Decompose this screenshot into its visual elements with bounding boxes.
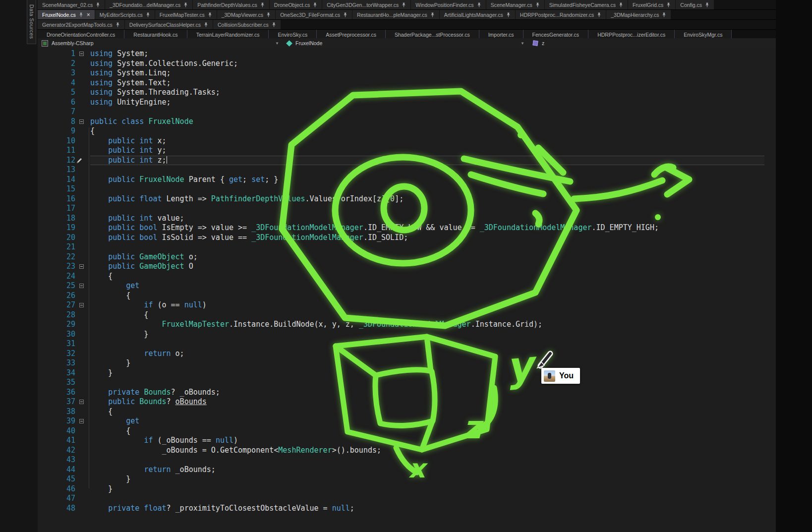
fold-margin[interactable] xyxy=(75,504,90,514)
code-line-45[interactable]: 45 } xyxy=(38,474,776,484)
code-text[interactable]: return o; xyxy=(90,349,764,359)
code-line-11[interactable]: 11 public int y; xyxy=(38,146,776,156)
code-line-36[interactable]: 36 private Bounds? _oBounds; xyxy=(38,388,776,398)
fold-margin[interactable] xyxy=(75,262,90,272)
tab-windowpositionfinder-cs[interactable]: WindowPositionFinder.cs xyxy=(411,0,485,9)
pin-icon[interactable] xyxy=(666,2,671,7)
fold-margin[interactable] xyxy=(75,397,90,407)
code-line-19[interactable]: 19 public bool IsEmpty => value >= _3DFo… xyxy=(38,223,776,233)
fold-margin[interactable] xyxy=(75,88,90,98)
code-editor[interactable]: 1using System;2using System.Collections.… xyxy=(38,48,776,532)
code-text[interactable]: public int z; xyxy=(90,156,764,166)
code-text[interactable]: if (o == null) xyxy=(90,300,764,310)
code-line-30[interactable]: 30 } xyxy=(38,330,776,340)
fold-margin[interactable] xyxy=(75,388,90,398)
code-line-10[interactable]: 10 public int x; xyxy=(38,136,776,146)
pin-icon[interactable] xyxy=(597,12,601,17)
code-text[interactable]: public float Length => PathfinderDepthVa… xyxy=(90,194,764,204)
code-line-42[interactable]: 42 _oBounds = O.GetComponent<MeshRendere… xyxy=(38,446,776,456)
fold-margin[interactable] xyxy=(75,320,90,330)
code-text[interactable]: public int y; xyxy=(90,146,764,156)
pin-icon[interactable] xyxy=(96,2,100,7)
code-line-48[interactable]: 48 private float? _proximityToClosestObs… xyxy=(38,504,776,514)
code-text[interactable] xyxy=(90,165,764,175)
fold-collapse-icon[interactable] xyxy=(79,400,84,404)
fold-margin[interactable] xyxy=(75,184,90,194)
code-text[interactable]: public int value; xyxy=(90,214,764,224)
fold-margin[interactable] xyxy=(75,68,90,78)
chevron-down-icon[interactable]: ▼ xyxy=(275,41,279,46)
fold-margin[interactable] xyxy=(75,281,90,291)
code-text[interactable]: } xyxy=(90,484,764,494)
tab-myeditorscripts-cs[interactable]: MyEditorScripts.cs xyxy=(95,10,155,19)
fold-margin[interactable] xyxy=(75,426,90,436)
fold-margin[interactable] xyxy=(75,156,90,166)
code-text[interactable]: { xyxy=(90,291,764,301)
tab--3dmapviewer-cs[interactable]: _3DMapViewer.cs xyxy=(217,10,275,19)
code-line-47[interactable]: 47 xyxy=(38,494,776,504)
tab-simulatedfisheyecamera-cs[interactable]: SimulatedFisheyeCamera.cs xyxy=(545,0,628,9)
fold-margin[interactable] xyxy=(75,117,90,127)
code-line-17[interactable]: 17 xyxy=(38,204,776,214)
code-line-28[interactable]: 28 { xyxy=(38,310,776,320)
code-line-1[interactable]: 1using System; xyxy=(38,49,776,59)
tab-deliverysurfaceclasshelper-cs[interactable]: DeliverySurfaceClassHelper.cs xyxy=(125,20,213,29)
fold-margin[interactable] xyxy=(75,484,90,494)
fold-margin[interactable] xyxy=(75,416,90,426)
tab-citygen3dgen-torwrapper-cs[interactable]: CityGen3DGen...torWrapper.cs xyxy=(322,0,410,9)
code-text[interactable]: FruxelMapTester.Instance.BuildNode(x, y,… xyxy=(90,320,764,330)
code-line-12[interactable]: 12 public int z; xyxy=(38,156,776,166)
code-text[interactable] xyxy=(90,339,764,349)
pin-icon[interactable] xyxy=(619,2,623,7)
fold-margin[interactable] xyxy=(75,175,90,185)
code-text[interactable]: } xyxy=(90,358,764,368)
code-text[interactable] xyxy=(90,378,764,388)
pin-icon[interactable] xyxy=(343,12,348,17)
fold-margin[interactable] xyxy=(75,272,90,282)
tab-scenemanager-cs[interactable]: SceneManager.cs xyxy=(486,0,544,9)
pin-icon[interactable] xyxy=(208,12,212,17)
fold-margin[interactable] xyxy=(75,465,90,475)
fold-margin[interactable] xyxy=(75,300,90,310)
code-text[interactable] xyxy=(90,107,764,117)
code-line-18[interactable]: 18 public int value; xyxy=(38,214,776,224)
code-line-4[interactable]: 4using System.Text; xyxy=(38,78,776,88)
code-line-26[interactable]: 26 { xyxy=(38,291,776,301)
fold-margin[interactable] xyxy=(75,98,90,108)
code-text[interactable]: { xyxy=(90,126,764,136)
code-line-6[interactable]: 6using UnityEngine; xyxy=(38,98,776,108)
code-line-27[interactable]: 27 if (o == null) xyxy=(38,300,776,310)
fold-collapse-icon[interactable] xyxy=(79,52,84,56)
code-text[interactable] xyxy=(90,184,764,194)
fold-margin[interactable] xyxy=(75,378,90,388)
code-text[interactable]: public Bounds? oBounds xyxy=(90,397,764,407)
code-text[interactable] xyxy=(90,204,764,214)
fold-collapse-icon[interactable] xyxy=(79,264,84,269)
code-line-7[interactable]: 7 xyxy=(38,107,776,117)
tab-scenemanager-02-cs[interactable]: SceneManager_02.cs xyxy=(38,0,105,9)
pin-icon[interactable] xyxy=(535,2,540,7)
code-line-46[interactable]: 46 } xyxy=(38,484,776,494)
code-text[interactable]: } xyxy=(90,368,764,378)
code-text[interactable] xyxy=(90,242,764,252)
tab-generator2exportmaptools-cs[interactable]: Generator2ExportMapTools.cs xyxy=(38,20,124,29)
fold-margin[interactable] xyxy=(75,494,90,504)
fold-margin[interactable] xyxy=(75,368,90,378)
tab-droneobject-cs[interactable]: DroneObject.cs xyxy=(270,0,322,9)
code-text[interactable]: } xyxy=(90,474,764,484)
close-icon[interactable]: × xyxy=(87,12,90,18)
code-line-9[interactable]: 9{ xyxy=(38,126,776,136)
fold-margin[interactable] xyxy=(75,291,90,301)
fold-margin[interactable] xyxy=(75,252,90,262)
fold-margin[interactable] xyxy=(75,165,90,175)
code-line-33[interactable]: 33 } xyxy=(38,358,776,368)
code-text[interactable]: public bool IsEmpty => value >= _3DFound… xyxy=(90,223,764,233)
pin-icon[interactable] xyxy=(266,12,271,17)
tab-artificiallightsmanager-cs[interactable]: ArtificialLightsManager.cs xyxy=(440,10,515,19)
pin-icon[interactable] xyxy=(705,2,709,7)
tab--3dmaphierarchy-cs[interactable]: _3DMapHierarchy.cs xyxy=(606,10,671,19)
pin-icon[interactable] xyxy=(183,2,188,7)
pin-icon[interactable] xyxy=(402,2,406,7)
code-line-37[interactable]: 37 public Bounds? oBounds xyxy=(38,397,776,407)
code-text[interactable] xyxy=(90,494,764,504)
